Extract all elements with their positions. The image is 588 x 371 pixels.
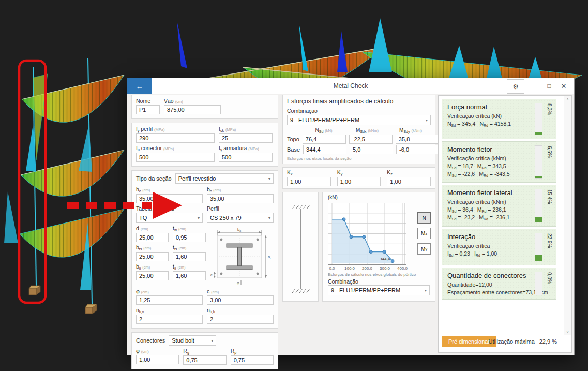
close-button[interactable]: ✕ [556, 78, 571, 94]
bfi-input[interactable] [136, 271, 169, 280]
fy-armadura-label: fy armadura(MPa) [219, 145, 273, 152]
maximize-button[interactable]: □ [542, 78, 556, 94]
combinacao-select[interactable]: 9 - ELU1/PERM/PP+PERM▾ [287, 115, 431, 125]
base-row: Base [287, 145, 431, 154]
c-input[interactable] [207, 295, 274, 305]
conectores-label: Conectores [136, 337, 165, 344]
msdy-header: MSdy(kNm) [390, 127, 431, 133]
normal-force-chart: 344,4 [328, 203, 406, 265]
caret-down-icon: ▾ [268, 216, 270, 220]
tipo-secao-select[interactable]: Perfil revestido▾ [175, 173, 274, 184]
bfi-label: bfi(cm) [136, 263, 169, 270]
svg-text:344,4: 344,4 [380, 257, 390, 261]
nbv-label: nb,v [136, 307, 203, 314]
forces-title: Esforços finais amplificados de cálculo [287, 98, 431, 105]
connectors-box: Conectores Stud bolt▾ φ(cm) Rg Rp [131, 332, 278, 369]
d-input[interactable] [136, 233, 169, 242]
input-column: Nome Vão(cm) fy perfil(MPa) fck(MPa) [131, 95, 278, 369]
perfil-select[interactable]: CS 250 x 79▾ [207, 213, 274, 223]
nome-input[interactable] [136, 105, 160, 114]
fy-perfil-input[interactable] [136, 133, 215, 143]
close-icon: ✕ [561, 82, 567, 90]
nbh-input[interactable] [207, 315, 274, 324]
x-tick: 400,0 [395, 266, 410, 271]
series-n-button[interactable]: N [417, 212, 431, 224]
minimize-button[interactable]: – [527, 78, 542, 94]
results-scrollbar[interactable]: ∧ ∨ [564, 96, 571, 335]
fck-label: fck(MPa) [219, 126, 273, 132]
d-label: d(cm) [136, 225, 169, 232]
series-my-button[interactable]: My [417, 243, 431, 255]
rp-input[interactable] [231, 355, 274, 365]
tw-label: tw(cm) [173, 225, 206, 232]
fu-conector-input[interactable] [136, 153, 215, 162]
c-label: c(cm) [207, 288, 274, 294]
topo-msdx-input[interactable] [349, 135, 393, 144]
series-mz-button[interactable]: Mz [417, 228, 431, 239]
combinacao2-select[interactable]: 9 - ELU1/PERM/PP+PERM▾ [328, 285, 430, 295]
ky-input[interactable] [337, 177, 381, 186]
tfi-input[interactable] [173, 271, 206, 280]
phi-input[interactable] [136, 295, 203, 305]
tfi-label: tfi(cm) [173, 263, 206, 270]
svg-text:φ: φ [237, 280, 239, 285]
utilization-bar [535, 145, 542, 179]
x-tick: 100,0 [342, 266, 357, 271]
tabela-perfis-label: Tabela de perfis [136, 205, 203, 212]
utilizacao-maxima: Utilização máxima22,9 % [489, 338, 557, 345]
base-msdy-input[interactable] [396, 145, 440, 154]
card-interacao: Interação Verificação crítica ISd = 0,23… [442, 229, 556, 265]
hc-label: hc(cm) [136, 186, 203, 193]
x-tick: 200,0 [359, 266, 375, 271]
fck-input[interactable] [219, 133, 273, 143]
caret-down-icon: ▾ [268, 176, 270, 181]
svg-text:c: c [210, 273, 213, 277]
nbv-input[interactable] [136, 315, 203, 324]
utilization-bar [535, 103, 542, 135]
bfs-label: bfs(cm) [136, 244, 169, 251]
base-msdx-input[interactable] [350, 145, 393, 154]
settings-button[interactable]: ⚙ [507, 79, 524, 94]
combinacao-label: Combinação [287, 108, 431, 114]
vao-input[interactable] [164, 105, 221, 114]
column-schematic-box [282, 192, 319, 302]
perfil-label: Perfil [207, 205, 274, 212]
kz-label: Kz [387, 169, 431, 176]
fy-perfil-label: fy perfil(MPa) [136, 126, 215, 132]
minimize-icon: – [533, 82, 537, 90]
scroll-up-icon[interactable]: ∧ [564, 96, 571, 102]
hc-input[interactable] [136, 194, 203, 203]
tabela-perfis-select[interactable]: TQ▾ [136, 213, 203, 223]
topo-msdy-input[interactable] [396, 135, 439, 144]
svg-text:bc: bc [237, 227, 241, 232]
metal-check-dialog: Metal Check ← ⚙ – □ ✕ Nome Vão(cm) [127, 78, 575, 355]
x-tick: 0,0 [324, 266, 340, 271]
card-forca-normal: Força normal Verificação crítica (kN) NS… [442, 99, 556, 139]
vao-label: Vão(cm) [164, 98, 221, 104]
x-tick: 300,0 [377, 266, 393, 271]
tw-input[interactable] [173, 233, 206, 242]
maximize-icon: □ [547, 82, 551, 90]
fy-armadura-input[interactable] [219, 153, 273, 162]
nsd-header: NSd(kN) [304, 127, 344, 133]
conector-phi-label: φ(cm) [136, 348, 179, 354]
utilization-percent: 22,9% [547, 233, 552, 248]
back-button[interactable]: ← [127, 78, 152, 94]
base-nsd-input[interactable] [303, 145, 346, 154]
tfs-input[interactable] [173, 252, 206, 261]
svg-text:hc: hc [268, 255, 272, 260]
rp-label: Rp [231, 348, 274, 354]
conector-type-select[interactable]: Stud bolt▾ [169, 335, 216, 346]
utilization-bar [535, 272, 542, 295]
rg-input[interactable] [183, 355, 226, 365]
bfs-input[interactable] [136, 252, 169, 261]
combinacao2-label: Combinação [328, 278, 358, 285]
bc-input[interactable] [207, 194, 274, 203]
scroll-down-icon[interactable]: ∨ [564, 329, 571, 335]
kx-input[interactable] [287, 177, 331, 186]
title-bar: Metal Check ← ⚙ – □ ✕ [127, 78, 574, 94]
topo-nsd-input[interactable] [303, 135, 346, 144]
section-box: Tipo da seção Perfil revestido▾ hc(cm) b… [131, 170, 278, 329]
conector-phi-input[interactable] [136, 355, 179, 364]
kz-input[interactable] [387, 177, 431, 186]
